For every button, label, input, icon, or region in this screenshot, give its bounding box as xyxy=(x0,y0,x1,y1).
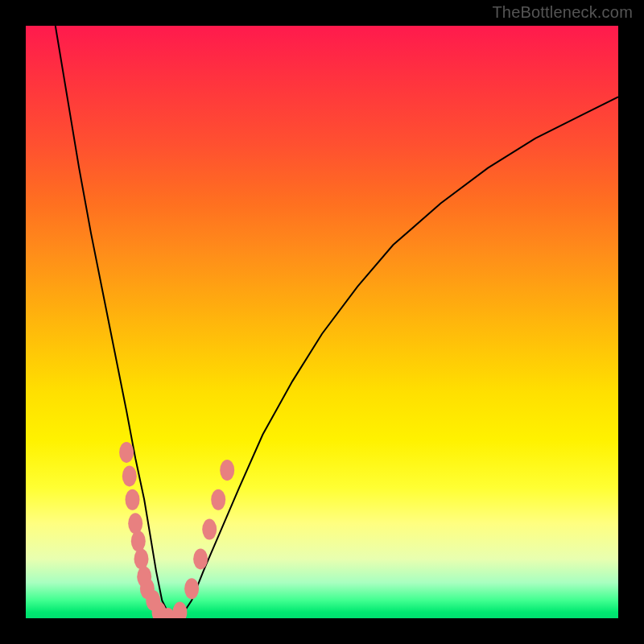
marker-dot xyxy=(220,460,234,481)
chart-frame: TheBottleneck.com xyxy=(0,0,644,644)
marker-dot xyxy=(134,548,149,569)
marker-dot xyxy=(119,442,134,463)
curve-layer xyxy=(26,26,618,618)
marker-dot xyxy=(211,489,225,510)
marker-dot xyxy=(131,530,146,551)
plot-area xyxy=(26,26,618,618)
watermark-text: TheBottleneck.com xyxy=(492,3,633,22)
marker-dot xyxy=(193,548,208,569)
marker-dot xyxy=(202,519,217,540)
highlighted-points xyxy=(119,442,234,618)
marker-dot xyxy=(122,465,137,486)
marker-dot xyxy=(126,489,140,510)
marker-dot xyxy=(184,578,199,599)
marker-dot xyxy=(172,602,187,618)
marker-dot xyxy=(128,513,142,534)
